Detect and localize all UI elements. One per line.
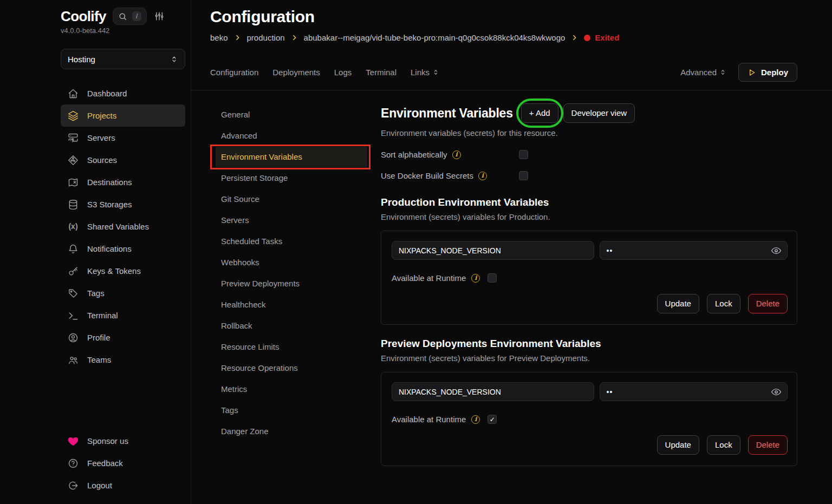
search-button[interactable]: / [113, 8, 147, 25]
subnav-item-resource-operations[interactable]: Resource Operations [216, 358, 367, 378]
info-icon[interactable]: i [452, 150, 461, 159]
subnav-item-resource-limits[interactable]: Resource Limits [216, 337, 367, 357]
subnav-item-danger-zone[interactable]: Danger Zone [216, 421, 367, 442]
sidebar-item-notifications[interactable]: Notifications [61, 238, 185, 260]
add-button[interactable]: + Add [521, 103, 558, 123]
sidebar-item-label: Sources [87, 154, 117, 166]
breadcrumb-project[interactable]: beko [210, 33, 228, 42]
tab-deployments[interactable]: Deployments [272, 68, 320, 77]
sidebar-item-label: Dashboard [87, 87, 127, 100]
sidebar-item-profile[interactable]: Profile [61, 326, 185, 349]
docker-build-secrets-checkbox[interactable] [519, 171, 528, 180]
available-at-runtime-checkbox[interactable] [487, 273, 497, 283]
sidebar-header: Coolify / [61, 8, 185, 25]
breadcrumb-resource[interactable]: abubakar--meigag/vid-tube-beko-pro:main-… [304, 33, 566, 42]
server-icon [67, 133, 79, 143]
update-button[interactable]: Update [657, 435, 699, 455]
variable-value-input[interactable] [600, 382, 788, 401]
breadcrumb: beko production abubakar--meigag/vid-tub… [210, 33, 797, 42]
team-selector[interactable]: Hosting [61, 49, 185, 69]
subnav-item-environment-variables[interactable]: Environment Variables [216, 147, 367, 167]
tab-configuration[interactable]: Configuration [210, 68, 258, 77]
sidebar-item-feedback[interactable]: Feedback [61, 452, 185, 474]
sidebar-item-dashboard[interactable]: Dashboard [61, 82, 185, 104]
sidebar-item-logout[interactable]: Logout [61, 474, 185, 496]
preview-env-section: Preview Deployments Environment Variable… [381, 338, 797, 466]
reveal-value-button[interactable] [771, 387, 782, 397]
sidebar-item-servers[interactable]: Servers [61, 127, 185, 149]
subnav-item-general[interactable]: General [216, 104, 367, 125]
sidebar-item-keys-tokens[interactable]: Keys & Tokens [61, 260, 185, 282]
subnav-item-preview-deployments[interactable]: Preview Deployments [216, 273, 367, 294]
breadcrumb-environment[interactable]: production [247, 33, 285, 42]
subnav-item-persistent-storage[interactable]: Persistent Storage [216, 168, 367, 188]
database-icon [67, 199, 79, 210]
variable-value-input[interactable] [600, 241, 788, 260]
subnav-item-advanced[interactable]: Advanced [216, 126, 367, 146]
lock-button[interactable]: Lock [707, 435, 740, 455]
sidebar-item-sponsor-us[interactable]: Sponsor us [61, 430, 185, 452]
sort-alphabetically-row: Sort alphabetically i [381, 150, 797, 159]
chevron-up-down-icon [170, 55, 178, 63]
advanced-dropdown[interactable]: Advanced [680, 68, 726, 77]
sidebar-item-teams[interactable]: Teams [61, 349, 185, 371]
sidebar-item-s3-storages[interactable]: S3 Storages [61, 193, 185, 215]
available-at-runtime-checkbox[interactable]: ✓ [487, 415, 497, 424]
variable-name-input[interactable] [392, 241, 594, 260]
env-title: Environment Variables [381, 106, 513, 121]
sidebar-item-tags[interactable]: Tags [61, 282, 185, 304]
delete-button[interactable]: Delete [748, 435, 788, 455]
settings-sliders-button[interactable] [154, 11, 164, 21]
bell-icon [67, 244, 79, 254]
subnav-item-git-source[interactable]: Git Source [216, 189, 367, 210]
status-badge: Exited [584, 33, 619, 42]
developer-view-button[interactable]: Developer view [563, 103, 635, 123]
available-at-runtime-row: Available at Runtime i [392, 273, 788, 283]
sort-alphabetically-checkbox[interactable] [519, 150, 528, 159]
subnav-item-tags[interactable]: Tags [216, 400, 367, 421]
reveal-value-button[interactable] [771, 245, 782, 256]
deploy-button[interactable]: Deploy [738, 63, 797, 82]
sort-alphabetically-label-wrap: Sort alphabetically i [381, 150, 519, 159]
sidebar-item-label: Servers [87, 132, 115, 144]
variable-name-input[interactable] [392, 382, 594, 401]
tab-links[interactable]: Links [411, 68, 439, 77]
variable-actions: Update Lock Delete [392, 435, 788, 455]
info-icon[interactable]: i [471, 415, 480, 424]
search-icon [118, 12, 127, 21]
sidebar-item-shared-variables[interactable]: (x) Shared Variables [61, 215, 185, 238]
subnav-item-rollback[interactable]: Rollback [216, 316, 367, 336]
tab-logs[interactable]: Logs [334, 68, 352, 77]
delete-button[interactable]: Delete [748, 294, 788, 313]
subnav-item-webhooks[interactable]: Webhooks [216, 252, 367, 273]
subnav-item-servers[interactable]: Servers [216, 210, 367, 231]
terminal-icon [67, 310, 79, 321]
subnav-item-metrics[interactable]: Metrics [216, 379, 367, 400]
available-at-runtime-label: Available at Runtime [392, 273, 466, 283]
info-icon[interactable]: i [471, 274, 480, 283]
sidebar-item-projects[interactable]: Projects [61, 104, 185, 127]
variable-value-wrap [600, 241, 788, 260]
sidebar-item-label: Teams [87, 354, 111, 366]
sidebar-item-sources[interactable]: Sources [61, 149, 185, 171]
sidebar-item-destinations[interactable]: Destinations [61, 171, 185, 193]
tab-terminal[interactable]: Terminal [366, 68, 396, 77]
layers-icon [67, 110, 79, 121]
update-button[interactable]: Update [657, 294, 699, 313]
tab-links-label: Links [411, 68, 430, 77]
users-icon [67, 355, 79, 365]
team-selector-value: Hosting [68, 55, 95, 64]
subnav-item-scheduled-tasks[interactable]: Scheduled Tasks [216, 231, 367, 252]
info-icon[interactable]: i [478, 172, 487, 180]
sidebar-item-label: Tags [87, 287, 105, 299]
eye-icon [771, 245, 782, 256]
shared-variables-icon: (x) [67, 220, 79, 233]
section-subtitle: Environment (secrets) variables for Prod… [381, 212, 797, 221]
subnav-item-healthcheck[interactable]: Healthcheck [216, 294, 367, 315]
lock-button[interactable]: Lock [707, 294, 740, 313]
sidebar-item-terminal[interactable]: Terminal [61, 304, 185, 326]
heart-icon [67, 436, 79, 447]
sidebar-footer: Sponsor us Feedback Logout [61, 430, 185, 496]
production-env-section: Production Environment Variables Environ… [381, 197, 797, 325]
map-icon [67, 177, 79, 188]
